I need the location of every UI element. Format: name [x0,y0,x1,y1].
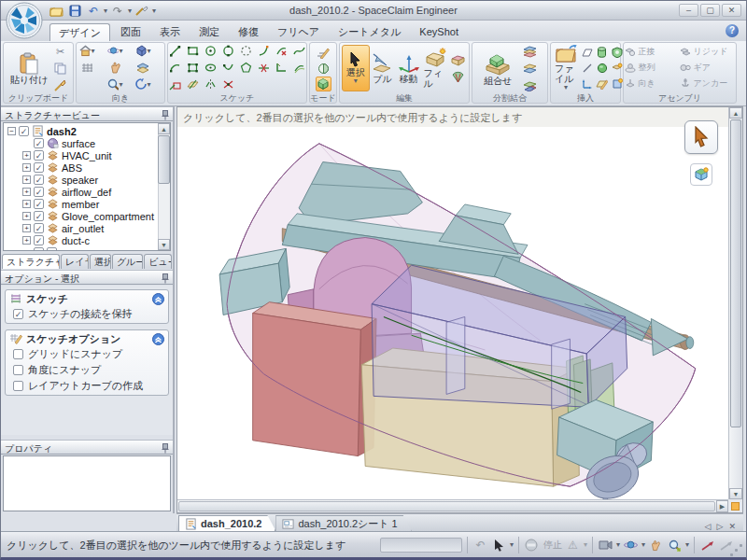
scroll-up-icon[interactable]: ▲ [158,123,170,134]
visibility-checkbox[interactable]: ✓ [34,199,44,209]
pan-icon[interactable] [107,61,123,76]
close-button[interactable]: ✕ [722,4,741,17]
scroll-up-icon[interactable]: ▲ [729,107,742,119]
sketch-mirror-icon[interactable] [203,77,218,92]
tree-row-speaker[interactable]: + ✓ speaker [7,174,170,186]
undo-icon[interactable]: ↶ [85,3,102,19]
status-zoom-icon[interactable] [667,538,683,553]
sketch-three-point-circle-icon[interactable] [220,44,236,59]
tree-row-duct-c[interactable]: + ✓ duct-c [7,234,170,246]
tab-drawing[interactable]: 図面 [112,23,149,41]
maximize-button[interactable]: ▢ [700,4,720,17]
canvas-vertical-scrollbar[interactable]: ▲ ▼ [728,107,742,499]
tab-prepare[interactable]: フリヘア [269,23,328,41]
canvas-scroll-corner[interactable] [728,499,742,512]
view-snapshot-icon[interactable] [598,538,613,553]
checkbox-unchecked[interactable] [13,349,23,359]
sketch-trim-icon[interactable] [274,44,289,59]
expand-icon[interactable]: + [22,163,31,172]
rotate-view-icon[interactable]: ▾ [135,77,151,92]
tab-structure[interactable]: ストラクチャービ.. [2,254,60,269]
tab-measure[interactable]: 測定 [190,23,228,41]
doc-tab-model[interactable]: dash_2010.2 [178,515,275,531]
home-view-icon[interactable]: ▾ [79,44,95,59]
tree-row-air-outlet[interactable]: + ✓ air_outlet [7,222,170,234]
replace-face-icon[interactable] [450,52,466,67]
tree-row-glove-compartment[interactable]: + ✓ Glove_compartment [7,210,170,222]
sketch-line-icon[interactable] [167,44,183,59]
insert-plane-icon[interactable] [579,45,595,60]
minimize-button[interactable]: – [679,4,698,17]
sketch-mode-icon[interactable] [316,45,331,60]
expand-icon[interactable]: + [22,188,31,196]
visibility-checkbox[interactable]: ✓ [34,211,44,221]
sketch-section-header[interactable]: スケッチ [6,290,168,307]
sketch-rectangle-icon[interactable] [185,44,201,59]
sketch-tangent-arc-icon[interactable] [256,44,272,59]
tree-row-airflow-def[interactable]: + ✓ airflow_def [7,186,170,198]
checkbox-unchecked[interactable] [13,365,23,375]
tab-design[interactable]: デザイン [49,23,110,41]
visibility-checkbox[interactable]: ✓ [34,138,44,148]
tree-row-member[interactable]: + ✓ member [7,198,170,210]
view-cube-icon[interactable]: ▾ [135,44,151,59]
tree-row-abs[interactable]: + ✓ ABS [7,161,170,174]
resize-grip[interactable] [740,544,742,547]
tree-row-dash2[interactable]: − ✓ dash2 [7,125,170,137]
expand-icon[interactable]: + [22,151,31,160]
prev-tab-icon[interactable]: ◁ [705,522,712,531]
sketch-spline-icon[interactable] [291,44,307,59]
app-logo-icon[interactable] [6,2,43,39]
measure-arrow-icon[interactable] [699,538,715,553]
status-select-cursor-icon[interactable] [491,538,507,553]
sketch-project-icon[interactable] [167,77,183,92]
tab-keyshot[interactable]: KeyShot [411,23,467,41]
split-face-icon[interactable] [522,61,538,76]
section-mode-icon[interactable] [316,61,331,76]
scroll-down-icon[interactable]: ▼ [729,488,742,499]
visibility-checkbox[interactable]: ✓ [34,223,44,233]
snap-to-grid-option[interactable]: グリッドにスナップ [6,347,168,363]
tab-sheetmetal[interactable]: シートメタル [330,23,409,41]
insert-sphere-icon[interactable] [594,61,610,76]
fence-grid-icon[interactable] [79,61,95,76]
split-body-icon[interactable] [522,44,538,59]
open-icon[interactable] [48,3,64,19]
tab-display[interactable]: 表示 [151,23,189,41]
expand-icon[interactable]: + [22,236,31,245]
tree-row-surface[interactable]: ✓ surface [7,137,170,149]
sketch-intersect-icon[interactable] [220,77,236,92]
sketch-polygon-icon[interactable] [238,61,254,76]
expand-icon[interactable]: + [22,212,31,220]
help-button[interactable]: ? [726,24,739,37]
scroll-right-icon[interactable]: ▶ [716,500,728,512]
sketch-ellipse-icon[interactable] [203,61,218,76]
visibility-checkbox[interactable]: ✓ [34,187,44,197]
paste-button[interactable]: 貼り付け [8,51,49,86]
doc-tab-sheet[interactable]: dash_2010.2シート 1 [275,515,411,531]
select-tool-button[interactable]: 選択 ▾ [342,45,370,91]
collapse-icon[interactable]: − [7,127,16,135]
spin-view-icon[interactable]: ▾ [107,44,123,59]
cursor-options-caret-icon[interactable]: ▾ [510,541,514,549]
fan-edit-icon[interactable] [450,69,466,84]
sketch-circle-icon[interactable] [203,44,218,59]
undo-caret-icon[interactable]: ▾ [104,7,107,15]
insert-file-button[interactable]: ファイル ▾ [553,44,579,92]
visibility-checkbox[interactable]: ✓ [34,162,44,173]
combine-button[interactable]: 組合せ [482,50,514,87]
sketch-offset-icon[interactable] [291,61,307,76]
insert-cylinder-icon[interactable] [594,45,610,60]
zoom-icon[interactable]: ▾ [107,77,123,92]
expand-icon[interactable]: + [22,224,31,232]
collapse-chevron-icon[interactable] [152,333,164,345]
visibility-checkbox[interactable]: ✓ [34,175,44,185]
tab-layers[interactable]: レイヤ [61,254,89,269]
model-viewport[interactable] [177,127,728,499]
status-pan-icon[interactable] [648,538,664,553]
create-layout-curves-option[interactable]: レイアウトカーブの作成 [6,379,168,395]
save-icon[interactable] [66,3,83,19]
tab-repair[interactable]: 修復 [230,23,267,41]
sketch-sweep-arc-icon[interactable] [220,61,236,76]
status-spin-icon[interactable] [623,538,639,553]
